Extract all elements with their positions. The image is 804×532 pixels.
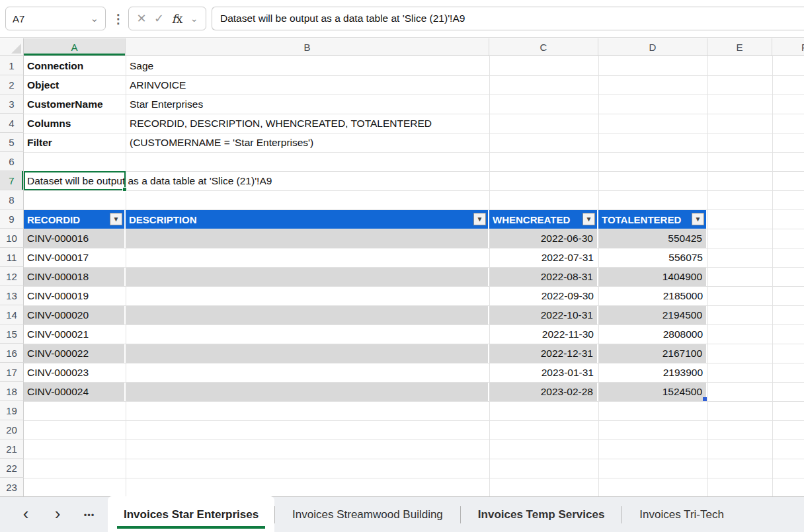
- cell-D14[interactable]: 2194500: [598, 306, 707, 324]
- cell-C11[interactable]: 2022-07-31: [489, 248, 598, 267]
- select-all-corner[interactable]: [0, 38, 24, 56]
- cell-A11[interactable]: CINV-000017: [24, 248, 125, 267]
- fill-handle[interactable]: [122, 187, 127, 192]
- cell-B13[interactable]: [126, 287, 489, 305]
- sheet-nav-prev-icon[interactable]: ‹: [15, 497, 37, 532]
- row-header-13[interactable]: 13: [0, 286, 24, 305]
- filter-button-description[interactable]: ▼: [473, 213, 486, 225]
- row-header-21[interactable]: 21: [0, 439, 24, 459]
- cell-A12[interactable]: CINV-000018: [24, 268, 125, 286]
- cell-C17[interactable]: 2023-01-31: [489, 363, 598, 382]
- row-header-2[interactable]: 2: [0, 75, 24, 95]
- filter-button-whencreated[interactable]: ▼: [583, 213, 595, 225]
- cell-A16[interactable]: CINV-000022: [24, 344, 125, 363]
- cancel-icon[interactable]: ✕: [136, 11, 146, 26]
- column-header-C[interactable]: C: [489, 38, 598, 56]
- cell-D15[interactable]: 2808000: [598, 325, 707, 344]
- row-header-5[interactable]: 5: [0, 133, 24, 152]
- cell-D17[interactable]: 2193900: [598, 363, 707, 382]
- cell-A15[interactable]: CINV-000021: [24, 325, 125, 344]
- cell-B18[interactable]: [126, 383, 489, 401]
- row-header-10[interactable]: 10: [0, 229, 24, 248]
- sheet-tab-invoices-star-enterprises[interactable]: Invoices Star Enterprises: [108, 496, 274, 532]
- row-header-14[interactable]: 14: [0, 305, 24, 324]
- cell-A4[interactable]: Columns: [27, 114, 125, 133]
- cell-B15[interactable]: [126, 325, 489, 344]
- cell-B14[interactable]: [126, 306, 489, 324]
- row-header-9[interactable]: 9: [0, 209, 24, 229]
- cells-layer[interactable]: ConnectionSageObjectARINVOICECustomerNam…: [24, 56, 804, 496]
- row-header-6[interactable]: 6: [0, 152, 24, 171]
- cell-D10[interactable]: 550425: [598, 229, 707, 248]
- row-header-8[interactable]: 8: [0, 190, 24, 209]
- cell-A5[interactable]: Filter: [27, 133, 125, 152]
- row-header-7[interactable]: 7: [0, 171, 24, 190]
- cell-B3[interactable]: Star Enterprises: [130, 95, 592, 114]
- cell-B10[interactable]: [126, 229, 489, 248]
- cell-B4[interactable]: RECORDID, DESCRIPTION, WHENCREATED, TOTA…: [130, 114, 592, 133]
- cell-B1[interactable]: Sage: [130, 56, 592, 75]
- row-header-4[interactable]: 4: [0, 114, 24, 133]
- sheet-nav-more-icon[interactable]: •••: [78, 497, 100, 532]
- cell-A17[interactable]: CINV-000023: [24, 363, 125, 382]
- cell-C10[interactable]: 2022-06-30: [489, 229, 598, 248]
- confirm-icon[interactable]: ✓: [154, 11, 164, 26]
- cell-C18[interactable]: 2023-02-28: [489, 383, 598, 401]
- column-header-A[interactable]: A: [24, 38, 126, 56]
- sheet-tab-invoices-temp-services[interactable]: Invoices Temp Services: [461, 497, 622, 532]
- cell-C14[interactable]: 2022-10-31: [489, 306, 598, 324]
- cell-A18[interactable]: CINV-000024: [24, 383, 125, 401]
- cell-A3[interactable]: CustomerName: [27, 95, 125, 114]
- sheet-tab-invoices-tri-tech[interactable]: Invoices Tri-Tech: [622, 497, 741, 532]
- fx-chevron-icon[interactable]: ⌄: [190, 13, 198, 24]
- formula-input[interactable]: Dataset will be output as a data table a…: [212, 7, 804, 30]
- cell-C15[interactable]: 2022-11-30: [489, 325, 598, 344]
- table-resize-handle[interactable]: [703, 397, 707, 401]
- sheet-nav-next-icon[interactable]: ›: [46, 497, 69, 532]
- column-header-E[interactable]: E: [707, 38, 772, 56]
- cell-C13[interactable]: 2022-09-30: [489, 287, 598, 305]
- cell-A14[interactable]: CINV-000020: [24, 306, 125, 324]
- row-header-19[interactable]: 19: [0, 401, 24, 420]
- sheet-tab-invoices-streamwood-building[interactable]: Invoices Streamwood Building: [275, 497, 460, 532]
- row-header-23[interactable]: 23: [0, 478, 24, 497]
- cell-D11[interactable]: 556075: [598, 248, 707, 267]
- cell-A2[interactable]: Object: [27, 75, 125, 95]
- row-header-16[interactable]: 16: [0, 344, 24, 363]
- filter-button-totalentered[interactable]: ▼: [692, 213, 704, 225]
- cell-D12[interactable]: 1404900: [598, 268, 707, 286]
- row-header-17[interactable]: 17: [0, 363, 24, 382]
- column-header-B[interactable]: B: [126, 38, 489, 56]
- filter-button-recordid[interactable]: ▼: [110, 213, 122, 225]
- gridline-horizontal: [24, 439, 804, 440]
- row-header-15[interactable]: 15: [0, 324, 24, 344]
- cell-C16[interactable]: 2022-12-31: [489, 344, 598, 363]
- cell-B17[interactable]: [126, 363, 489, 382]
- row-header-3[interactable]: 3: [0, 95, 24, 114]
- cell-C12[interactable]: 2022-08-31: [489, 268, 598, 286]
- fx-icon[interactable]: fx: [172, 12, 183, 26]
- cell-B16[interactable]: [126, 344, 489, 363]
- cell-D18[interactable]: 1524500: [598, 383, 707, 401]
- cell-A7-status-text[interactable]: Dataset will be output as a data table a…: [27, 171, 622, 190]
- kebab-icon[interactable]: ⋮: [112, 5, 124, 32]
- cell-D16[interactable]: 2167100: [598, 344, 707, 363]
- cell-B5[interactable]: (CUSTOMERNAME = 'Star Enterprises'): [130, 133, 592, 152]
- row-header-12[interactable]: 12: [0, 267, 24, 286]
- cell-B2[interactable]: ARINVOICE: [130, 75, 592, 95]
- row-header-1[interactable]: 1: [0, 56, 24, 75]
- cell-B11[interactable]: [126, 248, 489, 267]
- cell-B12[interactable]: [126, 268, 489, 286]
- row-header-18[interactable]: 18: [0, 382, 24, 401]
- row-header-22[interactable]: 22: [0, 459, 24, 478]
- cell-A10[interactable]: CINV-000016: [24, 229, 125, 248]
- row-header-20[interactable]: 20: [0, 420, 24, 439]
- cell-A1[interactable]: Connection: [27, 56, 125, 75]
- column-header-F[interactable]: F: [772, 38, 804, 56]
- row-header-11[interactable]: 11: [0, 248, 24, 267]
- name-box[interactable]: A7 ⌄: [5, 7, 106, 30]
- name-box-chevron-icon[interactable]: ⌄: [90, 13, 99, 24]
- cell-A13[interactable]: CINV-000019: [24, 287, 125, 305]
- cell-D13[interactable]: 2185000: [598, 287, 707, 305]
- column-header-D[interactable]: D: [598, 38, 707, 56]
